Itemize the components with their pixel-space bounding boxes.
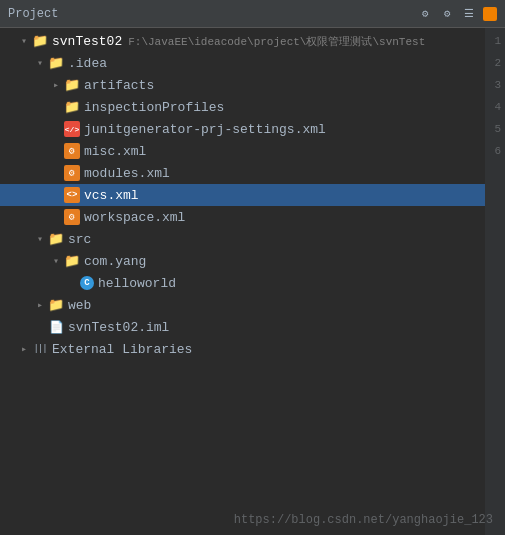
line-num-4: 4 bbox=[485, 96, 501, 118]
gear-icon-1[interactable]: ⚙ bbox=[417, 6, 433, 22]
item-label-comyang: com.yang bbox=[84, 254, 146, 269]
tree-item-misc[interactable]: misc.xml bbox=[0, 140, 485, 162]
item-label-inspection: inspectionProfiles bbox=[84, 100, 224, 115]
tree-item-junit[interactable]: junitgenerator-prj-settings.xml bbox=[0, 118, 485, 140]
settings-icon-misc bbox=[64, 143, 80, 159]
folder-icon-idea bbox=[48, 55, 64, 71]
item-label-iml: svnTest02.iml bbox=[68, 320, 169, 335]
tab-icon[interactable] bbox=[483, 7, 497, 21]
item-label-helloworld: helloworld bbox=[98, 276, 176, 291]
gear-icon-3[interactable]: ☰ bbox=[461, 6, 477, 22]
tree-item-src[interactable]: src bbox=[0, 228, 485, 250]
folder-icon-inspection bbox=[64, 99, 80, 115]
folder-icon-artifacts bbox=[64, 77, 80, 93]
folder-icon-src bbox=[48, 231, 64, 247]
item-label-artifacts: artifacts bbox=[84, 78, 154, 93]
arrow-artifacts bbox=[48, 79, 64, 91]
item-label-src: src bbox=[68, 232, 91, 247]
line-num-2: 2 bbox=[485, 52, 501, 74]
header-icons: ⚙ ⚙ ☰ bbox=[417, 6, 497, 22]
tree-panel: svnTest02 F:\JavaEE\ideacode\project\权限管… bbox=[0, 28, 485, 535]
tree-item-comyang[interactable]: com.yang bbox=[0, 250, 485, 272]
panel-header: Project ⚙ ⚙ ☰ bbox=[0, 0, 505, 28]
tree-item-inspection[interactable]: inspectionProfiles bbox=[0, 96, 485, 118]
settings-icon-workspace bbox=[64, 209, 80, 225]
item-label-root: svnTest02 bbox=[52, 34, 122, 49]
item-label-extlib: External Libraries bbox=[52, 342, 192, 357]
arrow-src bbox=[32, 233, 48, 245]
tree-item-iml[interactable]: svnTest02.iml bbox=[0, 316, 485, 338]
watermark: https://blog.csdn.net/yanghaojie_123 bbox=[234, 513, 493, 527]
tree-item-extlib[interactable]: External Libraries bbox=[0, 338, 485, 360]
tree-item-root[interactable]: svnTest02 F:\JavaEE\ideacode\project\权限管… bbox=[0, 30, 485, 52]
item-label-modules: modules.xml bbox=[84, 166, 170, 181]
item-label-junit: junitgenerator-prj-settings.xml bbox=[84, 122, 326, 137]
tree-item-artifacts[interactable]: artifacts bbox=[0, 74, 485, 96]
tree-item-idea[interactable]: .idea bbox=[0, 52, 485, 74]
line-numbers: 1 2 3 4 5 6 bbox=[485, 28, 505, 535]
settings-icon-modules bbox=[64, 165, 80, 181]
item-label-misc: misc.xml bbox=[84, 144, 146, 159]
iml-icon bbox=[48, 319, 64, 335]
tree-item-vcs[interactable]: vcs.xml bbox=[0, 184, 485, 206]
tree-item-workspace[interactable]: workspace.xml bbox=[0, 206, 485, 228]
extlib-icon bbox=[32, 341, 48, 357]
class-icon-helloworld bbox=[80, 276, 94, 290]
arrow-idea bbox=[32, 57, 48, 69]
line-num-1: 1 bbox=[485, 30, 501, 52]
folder-icon-root bbox=[32, 33, 48, 49]
tree-item-helloworld[interactable]: helloworld bbox=[0, 272, 485, 294]
line-num-5: 5 bbox=[485, 118, 501, 140]
folder-icon-comyang bbox=[64, 253, 80, 269]
project-panel: Project ⚙ ⚙ ☰ svnTest02 F:\JavaEE\ideaco… bbox=[0, 0, 505, 535]
item-path-root: F:\JavaEE\ideacode\project\权限管理测试\svnTes… bbox=[128, 34, 425, 49]
item-label-idea: .idea bbox=[68, 56, 107, 71]
arrow-comyang bbox=[48, 255, 64, 267]
arrow-extlib bbox=[16, 343, 32, 355]
gear-icon-2[interactable]: ⚙ bbox=[439, 6, 455, 22]
item-label-vcs: vcs.xml bbox=[84, 188, 139, 203]
line-num-3: 3 bbox=[485, 74, 501, 96]
item-label-workspace: workspace.xml bbox=[84, 210, 185, 225]
item-label-web: web bbox=[68, 298, 91, 313]
arrow-web bbox=[32, 299, 48, 311]
line-num-6: 6 bbox=[485, 140, 501, 162]
tree-item-modules[interactable]: modules.xml bbox=[0, 162, 485, 184]
folder-icon-web bbox=[48, 297, 64, 313]
panel-title: Project bbox=[8, 7, 417, 21]
arrow-root bbox=[16, 35, 32, 47]
tree-item-web[interactable]: web bbox=[0, 294, 485, 316]
xml-icon-junit bbox=[64, 121, 80, 137]
main-content: svnTest02 F:\JavaEE\ideacode\project\权限管… bbox=[0, 28, 505, 535]
bracket-icon-vcs bbox=[64, 187, 80, 203]
